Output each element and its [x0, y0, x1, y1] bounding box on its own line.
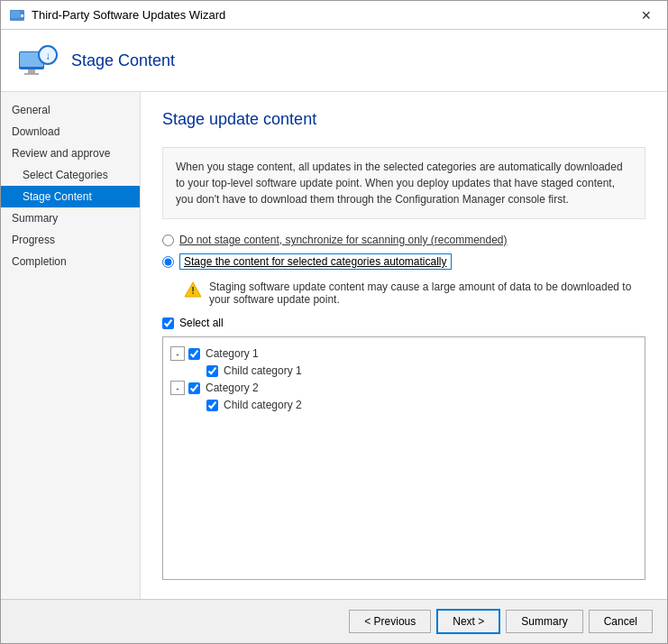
cancel-button[interactable]: Cancel	[589, 610, 653, 633]
radio-stage[interactable]	[162, 256, 174, 268]
select-all-container: Select all	[162, 317, 645, 329]
tree-checkbox-child1[interactable]	[206, 365, 218, 377]
sidebar-item-review[interactable]: Review and approve	[1, 143, 140, 164]
tree-item-cat2: - Category 2	[170, 379, 637, 397]
window-icon	[8, 6, 26, 24]
page-title: Stage update content	[162, 110, 645, 129]
radio-stage-label: Stage the content for selected categorie…	[179, 253, 452, 270]
tree-item-child2: Child category 2	[206, 397, 637, 413]
main-window: Third-Party Software Updates Wizard ✕ ↓ …	[0, 0, 668, 644]
radio-option-stage: Stage the content for selected categorie…	[162, 253, 645, 270]
tree-container: - Category 1 Child category 1 - Category…	[162, 336, 645, 580]
header-area: ↓ Stage Content	[1, 30, 667, 92]
warning-text: Staging software update content may caus…	[209, 281, 645, 306]
sidebar-item-select-categories[interactable]: Select Categories	[1, 164, 140, 186]
tree-item-child1: Child category 1	[206, 363, 637, 379]
svg-text:↓: ↓	[45, 50, 50, 62]
header-icon: ↓	[15, 39, 59, 82]
select-all-checkbox[interactable]	[162, 317, 174, 329]
select-all-label: Select all	[179, 317, 224, 329]
window-title: Third-Party Software Updates Wizard	[32, 8, 626, 22]
close-button[interactable]: ✕	[626, 1, 667, 30]
radio-group: Do not stage content, synchronize for sc…	[162, 234, 645, 270]
tree-item-cat1: - Category 1	[170, 345, 637, 363]
header-title: Stage Content	[71, 51, 175, 70]
previous-button[interactable]: < Previous	[349, 610, 431, 633]
sidebar-item-general[interactable]: General	[1, 99, 140, 121]
radio-no-stage[interactable]	[162, 235, 174, 246]
content-area: General Download Review and approve Sele…	[1, 92, 667, 599]
sidebar-item-download[interactable]: Download	[1, 121, 140, 143]
sidebar-item-summary[interactable]: Summary	[1, 207, 140, 229]
tree-toggle-cat1[interactable]: -	[170, 346, 185, 361]
svg-rect-1	[11, 11, 20, 18]
main-content-area: Stage update content When you stage cont…	[141, 92, 667, 599]
warning-box: ! Staging software update content may ca…	[184, 281, 645, 306]
tree-label-cat2: Category 2	[206, 382, 259, 394]
tree-label-child1: Child category 1	[224, 364, 302, 377]
tree-checkbox-cat2[interactable]	[188, 382, 200, 394]
svg-rect-6	[24, 73, 39, 75]
warning-icon: !	[184, 281, 202, 299]
tree-label-cat1: Category 1	[206, 347, 259, 360]
next-button[interactable]: Next >	[436, 609, 500, 634]
tree-checkbox-child2[interactable]	[206, 400, 218, 411]
tree-label-child2: Child category 2	[224, 399, 302, 411]
footer-area: < Previous Next > Summary Cancel	[1, 599, 667, 643]
radio-no-stage-label: Do not stage content, synchronize for sc…	[179, 234, 508, 246]
svg-rect-5	[28, 69, 35, 73]
summary-button[interactable]: Summary	[506, 610, 582, 633]
sidebar-item-completion[interactable]: Completion	[1, 251, 140, 272]
tree-toggle-cat2[interactable]: -	[170, 381, 185, 395]
tree-checkbox-cat1[interactable]	[188, 348, 200, 360]
description-text: When you stage content, all updates in t…	[162, 147, 645, 219]
sidebar: General Download Review and approve Sele…	[1, 92, 141, 599]
svg-text:!: !	[191, 285, 195, 296]
sidebar-item-progress[interactable]: Progress	[1, 229, 140, 251]
radio-option-no-stage: Do not stage content, synchronize for sc…	[162, 234, 645, 246]
svg-rect-2	[21, 14, 23, 17]
sidebar-item-stage-content[interactable]: Stage Content	[1, 186, 140, 207]
title-bar: Third-Party Software Updates Wizard ✕	[1, 1, 667, 30]
